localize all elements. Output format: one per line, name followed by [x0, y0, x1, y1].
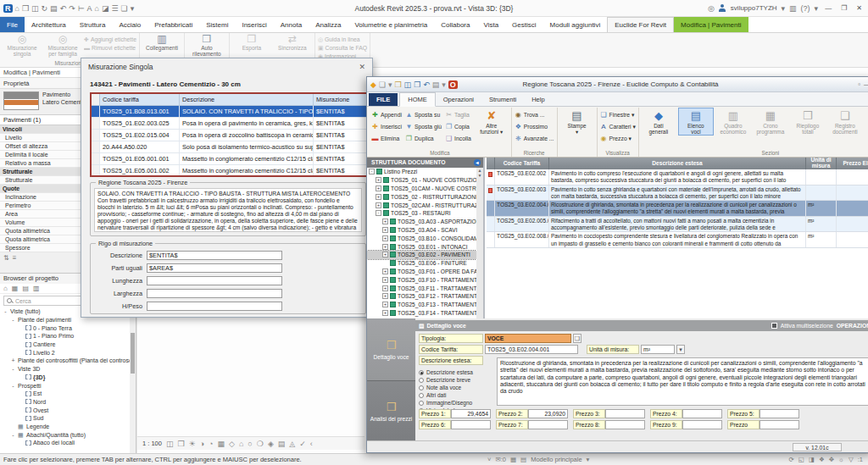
browser-item-ovest[interactable]: Ovest — [0, 406, 136, 414]
tree-item-tos25-03-f13-trattamenti-e[interactable]: +TOS25_03.F13 - TRATTAMENTI E — [367, 301, 483, 309]
crop-region-icon[interactable]: ◫ — [166, 440, 174, 448]
save-all-icon[interactable]: ❐ — [414, 80, 420, 89]
button-sposta-gi[interactable]: ▼Sposta giù — [404, 121, 442, 132]
home-icon[interactable]: ⌂ — [3, 285, 8, 292]
price-row[interactable]: TOS25_03.E02.005.001Rifacimento a tratti… — [487, 217, 868, 233]
views-icon[interactable]: ▦ — [12, 285, 19, 292]
column-header[interactable]: Misurazione — [314, 94, 368, 105]
app-icon[interactable]: ◆ — [370, 80, 376, 89]
radio-option-immagine-disegno[interactable]: Immagine/Disegno — [419, 399, 493, 407]
column-header[interactable]: Prezzo El. — [837, 158, 868, 169]
price-input-prezzo-1[interactable]: 29,4654 — [451, 409, 491, 418]
button-guida-in-linea[interactable]: ◎Guida in linea — [318, 36, 367, 43]
row-selector[interactable] — [92, 118, 100, 129]
price-input-prezzo-5[interactable] — [760, 409, 799, 418]
print-icon[interactable]: ▤ — [50, 4, 58, 13]
button-inserisci[interactable]: ✚Inserisci — [370, 121, 403, 132]
schedules-icon[interactable]: ▥ — [33, 285, 40, 292]
multiselect-checkbox[interactable] — [771, 323, 777, 329]
button-misurazione-per-famiglia[interactable]: ◎Misurazioneper famiglia — [43, 34, 82, 57]
3d-home-icon[interactable]: ⌂ — [95, 4, 99, 13]
search-icon[interactable]: ◎ — [708, 4, 715, 13]
tree-item-tos25-01cam-nuove-costruzion[interactable]: +TOS25_01CAM - NUOVE COSTRUZION — [367, 185, 483, 193]
tree-item-tos25-03-b10-consolidamen[interactable]: +TOS25_03.B10 - CONSOLIDAMEN — [367, 234, 483, 242]
expander-icon[interactable]: + — [376, 202, 381, 208]
design-options-icon[interactable]: ▤ — [520, 456, 526, 463]
select-face-icon[interactable]: ❖ — [819, 456, 825, 463]
close-button[interactable]: ✕ — [854, 4, 865, 12]
column-header[interactable]: Descrizione estesa — [549, 158, 806, 169]
reveal-hidden-icon[interactable]: ○ — [248, 440, 252, 448]
worksharing-icon[interactable]: ◈ — [268, 440, 274, 448]
scale-button[interactable]: 1 : 100 — [142, 440, 162, 447]
qat-dropdown-icon[interactable]: ▾ — [131, 4, 135, 13]
expander-icon[interactable]: - — [10, 317, 16, 323]
tariff-row[interactable]: TOS25_01.B08.013.001SOLAIO. CON TRAVETTI… — [92, 106, 368, 118]
button-appendi[interactable]: ✚Appendi — [370, 109, 403, 120]
expander-icon[interactable]: - — [369, 169, 375, 174]
field-input-h-peso[interactable] — [147, 302, 282, 311]
sidebar-button-dettaglio-voce[interactable]: ❒Dettaglio voce — [367, 318, 415, 381]
print-icon[interactable]: ▤ — [432, 80, 440, 89]
button-duplica[interactable]: ❐Duplica — [404, 133, 442, 144]
button-avanzate[interactable]: ❈Avanzate ... — [514, 133, 555, 144]
expander-icon[interactable]: + — [382, 285, 388, 291]
visual-style-icon[interactable]: ◔ — [209, 440, 213, 448]
button-consulta-le-faq[interactable]: ▣Consulta le FAQ — [318, 44, 367, 52]
price-row[interactable]: TOS25_03.E02.002Pavimento in cotto compr… — [487, 169, 868, 185]
tab-inserisci[interactable]: Inserisci — [235, 17, 273, 32]
tree-item-tos25-03-e06-finiture[interactable]: TOS25_03.E06 - FINITURE — [367, 259, 483, 268]
button-sincronizza[interactable]: ⇄Sincronizza — [273, 34, 312, 51]
chevron-down-icon[interactable]: ▾ — [815, 4, 819, 13]
expander-icon[interactable]: + — [376, 185, 381, 191]
minimize-button[interactable]: — — [864, 80, 868, 88]
tariff-row[interactable]: TOS25_01.E02.003.025Posa in opera di pav… — [92, 118, 368, 130]
browser-item-livello-2[interactable]: Livello 2 — [0, 348, 136, 357]
browser-item-piante-dei-controsoffitti-pianta-dei-controsoffitti[interactable]: +Piante dei controsoffitti (Pianta dei c… — [0, 357, 136, 365]
button-caratteri[interactable]: ACaratteri ▾ — [599, 121, 637, 132]
constraints-icon[interactable]: ✓ — [299, 440, 306, 448]
restore-button[interactable]: ❐ — [838, 4, 849, 12]
radio-option-descrizione-estesa[interactable]: Descrizione estesa — [419, 368, 493, 376]
tab-annota[interactable]: Annota — [274, 17, 309, 32]
scrollbar[interactable]: ▲▼ — [476, 168, 483, 318]
price-row[interactable]: TOS25_03.E02.008.001Pavimento in cocciop… — [487, 232, 868, 248]
new-icon[interactable]: ❏ — [379, 80, 386, 89]
expander-icon[interactable]: - — [10, 383, 16, 389]
browser-item-viste-3d[interactable]: -Viste 3D — [0, 365, 136, 374]
temporary-hide-icon[interactable]: ❍ — [257, 440, 264, 448]
browser-item-1-piano-primo[interactable]: 1 - Piano Primo — [0, 332, 136, 340]
background-process-icon[interactable]: ☼ — [838, 456, 844, 463]
tree-item-tos25-03-f11-trattamenti-e[interactable]: +TOS25_03.F11 - TRATTAMENTI E — [367, 284, 483, 292]
button-prossimo[interactable]: ❖Prossimo — [514, 121, 555, 132]
button-sposta-su[interactable]: ▲Sposta su — [404, 109, 442, 120]
browser-item-3d[interactable]: {3D} — [0, 374, 136, 382]
expander-icon[interactable]: + — [382, 252, 388, 257]
field-input-parti-uguali[interactable]: $AREA$ — [147, 263, 282, 273]
button-stampe[interactable]: ▤Stampe▾ — [559, 108, 595, 136]
section-icon[interactable]: ◪ — [102, 4, 109, 13]
browse-button[interactable]: ❏ — [573, 334, 581, 343]
browser-item-est[interactable]: Est — [0, 390, 136, 398]
tab-architettura[interactable]: Architettura — [25, 17, 73, 32]
button-crono-programma[interactable]: ▦Cronoprogramma — [753, 108, 788, 136]
browser-item-abaco-dei-locali[interactable]: Abaco dei locali — [0, 439, 136, 447]
tree-item-tos25-03-a03-asportazioni[interactable]: +TOS25_03.A03 - ASPORTAZIONI, — [367, 218, 483, 226]
open-icon[interactable]: ❒ — [22, 4, 29, 13]
row-selector[interactable] — [92, 165, 100, 176]
select-link-icon[interactable]: ⟳ — [789, 456, 794, 463]
button-quadro-economico[interactable]: ▥Quadroeconomico — [715, 108, 751, 136]
editing-requests-icon[interactable]: ✉:0 — [495, 456, 506, 463]
select-pinned-icon[interactable]: ◨ — [809, 456, 815, 463]
collapse-icon[interactable]: ˅ — [487, 456, 491, 463]
price-input-prezzo-6[interactable] — [451, 420, 491, 429]
expander-icon[interactable]: + — [382, 277, 388, 283]
crop-visibility-icon[interactable]: ❒ — [177, 440, 184, 448]
price-input-prezzo-9[interactable] — [682, 420, 722, 429]
operations-menu[interactable]: OPERAZIONI — [837, 323, 868, 329]
tariff-row[interactable]: TOS25_01.E02.015.004Posa in opera di zoc… — [92, 130, 368, 141]
expander-icon[interactable]: + — [382, 219, 388, 224]
radio-option-altri-dati[interactable]: Altri dati — [419, 391, 493, 399]
tree-item-tos25-03-f01-opere-da-faleg[interactable]: +TOS25_03.F01 - OPERE DA FALEG — [367, 268, 483, 276]
column-header[interactable]: Codice Tariffa — [495, 158, 549, 169]
